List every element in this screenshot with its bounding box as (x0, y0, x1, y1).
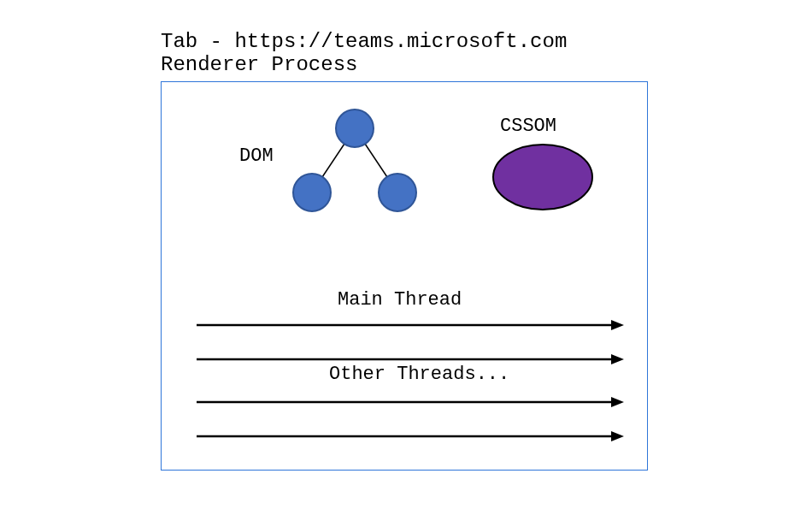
dom-label: DOM (239, 145, 274, 167)
svg-point-3 (293, 174, 331, 211)
thread-arrow-icon (197, 428, 624, 445)
svg-marker-7 (611, 320, 624, 330)
cssom-label: CSSOM (500, 115, 556, 137)
dom-tree-icon (286, 107, 423, 218)
thread-arrow-icon (197, 394, 624, 411)
svg-marker-13 (611, 431, 624, 441)
svg-point-4 (379, 174, 416, 211)
svg-point-2 (336, 110, 374, 147)
tab-url-text: Tab - https://teams.microsoft.com (161, 30, 567, 53)
svg-marker-9 (611, 354, 624, 364)
renderer-process-text: Renderer Process (161, 53, 357, 76)
main-thread-label: Main Thread (338, 289, 462, 311)
thread-arrow-icon (197, 351, 624, 368)
thread-arrow-icon (197, 317, 624, 334)
svg-point-5 (493, 145, 592, 210)
svg-marker-11 (611, 397, 624, 407)
cssom-ellipse-icon (487, 139, 598, 216)
